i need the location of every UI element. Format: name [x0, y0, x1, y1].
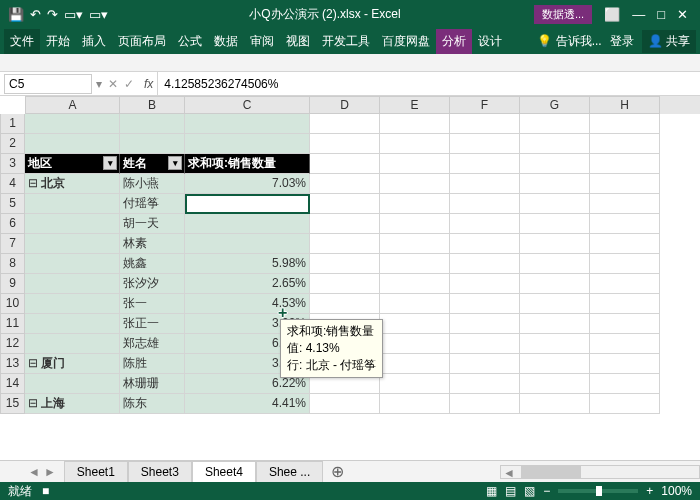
- cell[interactable]: [450, 194, 520, 214]
- cell[interactable]: [380, 174, 450, 194]
- cell[interactable]: [450, 334, 520, 354]
- col-header[interactable]: F: [450, 96, 520, 114]
- cell[interactable]: [310, 134, 380, 154]
- cell[interactable]: [310, 294, 380, 314]
- tell-me[interactable]: 💡 告诉我...: [537, 33, 601, 50]
- cell[interactable]: [520, 134, 590, 154]
- cell-name[interactable]: 林珊珊: [120, 374, 185, 394]
- cell[interactable]: [450, 354, 520, 374]
- ribbon-tab-2[interactable]: 插入: [76, 29, 112, 54]
- cell[interactable]: [520, 334, 590, 354]
- pivot-header-sum[interactable]: 求和项:销售数量: [185, 154, 310, 174]
- cell[interactable]: [590, 214, 660, 234]
- cell[interactable]: [590, 334, 660, 354]
- cell-value[interactable]: 4.53%: [185, 294, 310, 314]
- cell-value[interactable]: [185, 134, 310, 154]
- sheet-tab[interactable]: Sheet3: [128, 461, 192, 483]
- cell-value[interactable]: 7.03%: [185, 174, 310, 194]
- filter-icon[interactable]: ▾: [103, 156, 117, 170]
- cell[interactable]: [520, 174, 590, 194]
- row-header[interactable]: 12: [0, 334, 25, 354]
- cell[interactable]: [450, 254, 520, 274]
- cell[interactable]: [590, 114, 660, 134]
- scroll-left-icon[interactable]: ◄: [501, 466, 517, 478]
- cell[interactable]: [380, 334, 450, 354]
- row-header[interactable]: 5: [0, 194, 25, 214]
- cell-region[interactable]: [25, 294, 120, 314]
- minimize-icon[interactable]: —: [632, 7, 645, 22]
- cell[interactable]: [450, 134, 520, 154]
- cell-value[interactable]: [185, 194, 310, 214]
- row-header[interactable]: 2: [0, 134, 25, 154]
- cell[interactable]: [310, 114, 380, 134]
- formula-input[interactable]: 4.12585236274506%: [157, 72, 700, 95]
- cell-region[interactable]: ⊟ 北京: [25, 174, 120, 194]
- add-sheet-icon[interactable]: ⊕: [323, 462, 352, 481]
- cell[interactable]: [380, 394, 450, 414]
- cell[interactable]: [590, 194, 660, 214]
- cell[interactable]: [590, 354, 660, 374]
- cell-value[interactable]: 5.98%: [185, 254, 310, 274]
- view-layout-icon[interactable]: ▤: [505, 484, 516, 498]
- cell-region[interactable]: [25, 374, 120, 394]
- sheet-nav-prev-icon[interactable]: ◄: [28, 465, 40, 479]
- ribbon-tab-0[interactable]: 文件: [4, 29, 40, 54]
- cell-value[interactable]: 2.65%: [185, 274, 310, 294]
- cell[interactable]: [590, 254, 660, 274]
- qat-icon-2[interactable]: ▭▾: [89, 7, 108, 22]
- cell[interactable]: [450, 154, 520, 174]
- ribbon-tab-7[interactable]: 视图: [280, 29, 316, 54]
- cell[interactable]: [380, 254, 450, 274]
- ribbon-tab-9[interactable]: 百度网盘: [376, 29, 436, 54]
- ribbon-tab-10[interactable]: 分析: [436, 29, 472, 54]
- collapse-icon[interactable]: ⊟: [28, 176, 38, 190]
- cell[interactable]: [380, 294, 450, 314]
- cell[interactable]: [310, 254, 380, 274]
- cell-name[interactable]: 陈东: [120, 394, 185, 414]
- cell-region[interactable]: [25, 114, 120, 134]
- cell[interactable]: [520, 114, 590, 134]
- cell-region[interactable]: [25, 254, 120, 274]
- cell-name[interactable]: 姚鑫: [120, 254, 185, 274]
- cell[interactable]: [310, 214, 380, 234]
- row-header[interactable]: 8: [0, 254, 25, 274]
- cell[interactable]: [450, 114, 520, 134]
- cell-name[interactable]: 张一: [120, 294, 185, 314]
- cell[interactable]: [310, 194, 380, 214]
- cell[interactable]: [450, 174, 520, 194]
- cell[interactable]: [380, 134, 450, 154]
- cell[interactable]: [450, 274, 520, 294]
- cell-region[interactable]: [25, 134, 120, 154]
- fx-icon[interactable]: fx: [140, 77, 157, 91]
- cell[interactable]: [310, 394, 380, 414]
- cell-region[interactable]: [25, 274, 120, 294]
- row-header[interactable]: 15: [0, 394, 25, 414]
- cell-name[interactable]: 胡一天: [120, 214, 185, 234]
- cell[interactable]: [310, 174, 380, 194]
- cell-name[interactable]: [120, 134, 185, 154]
- cell[interactable]: [520, 354, 590, 374]
- row-header[interactable]: 14: [0, 374, 25, 394]
- col-header[interactable]: G: [520, 96, 590, 114]
- pivot-header-name[interactable]: 姓名▾: [120, 154, 185, 174]
- row-header[interactable]: 3: [0, 154, 25, 174]
- cell[interactable]: [310, 234, 380, 254]
- cell-name[interactable]: 郑志雄: [120, 334, 185, 354]
- cell[interactable]: [380, 354, 450, 374]
- ribbon-tab-3[interactable]: 页面布局: [112, 29, 172, 54]
- save-icon[interactable]: 💾: [8, 7, 24, 22]
- cell[interactable]: [450, 314, 520, 334]
- cell-name[interactable]: [120, 114, 185, 134]
- col-header[interactable]: E: [380, 96, 450, 114]
- cell[interactable]: [590, 314, 660, 334]
- login-button[interactable]: 登录: [610, 33, 634, 50]
- cell[interactable]: [380, 114, 450, 134]
- cell-name[interactable]: 林素: [120, 234, 185, 254]
- col-header[interactable]: A: [25, 96, 120, 114]
- col-header[interactable]: B: [120, 96, 185, 114]
- cell[interactable]: [380, 234, 450, 254]
- view-normal-icon[interactable]: ▦: [486, 484, 497, 498]
- zoom-in-icon[interactable]: +: [646, 484, 653, 498]
- row-header[interactable]: 6: [0, 214, 25, 234]
- zoom-out-icon[interactable]: −: [543, 484, 550, 498]
